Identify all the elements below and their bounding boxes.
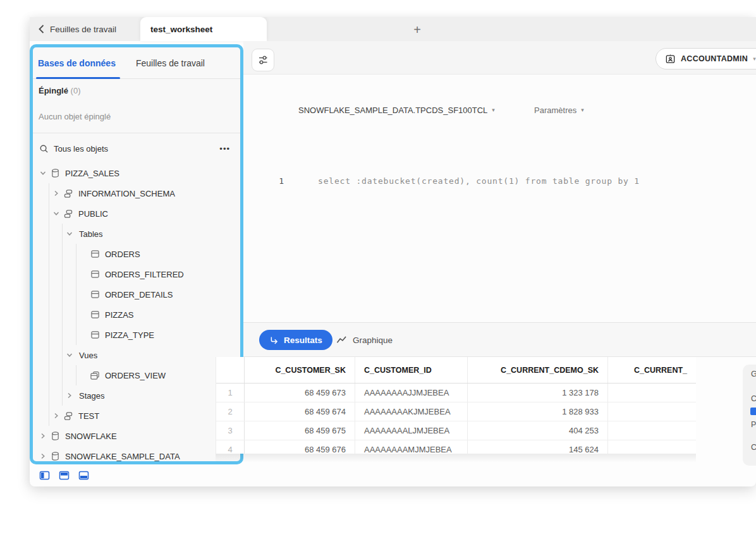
new-worksheet-button[interactable]: +: [409, 21, 425, 38]
chevron-spacer: [78, 269, 88, 279]
settings-dropdown[interactable]: Paramètres ▾: [534, 106, 584, 115]
object-search-row[interactable]: Tous les objets •••: [33, 138, 240, 159]
tab-worksheets[interactable]: Feuilles de travail: [136, 47, 205, 78]
table-cell[interactable]: 68 459 675: [245, 421, 355, 440]
database-context-selector[interactable]: SNOWFLAKE_SAMPLE_DATA.TPCDS_SF100TCL ▾: [298, 106, 495, 115]
chevron-right-icon[interactable]: [64, 390, 75, 401]
schema-icon: [63, 208, 74, 219]
chevron-right-icon[interactable]: [38, 451, 48, 461]
tree-item-information_schema[interactable]: INFORMATION_SCHEMA: [33, 183, 240, 203]
table-cell[interactable]: [608, 384, 696, 402]
chevron-down-icon[interactable]: [64, 350, 75, 360]
tab-databases-label: Bases de données: [38, 58, 116, 68]
sql-line-1[interactable]: 1 select :datebucket(created), count(1) …: [243, 175, 756, 190]
table-row[interactable]: 368 459 675AAAAAAAALJMJEBEA404 253: [216, 421, 696, 440]
chevron-right-icon[interactable]: [51, 188, 61, 198]
tree-item-label: PIZZA_TYPE: [105, 330, 154, 340]
partial-text: G: [751, 370, 756, 378]
table-cell[interactable]: 404 253: [468, 421, 608, 440]
table-cell[interactable]: [608, 421, 696, 440]
results-tab[interactable]: Resultats: [259, 330, 332, 350]
table-cell[interactable]: AAAAAAAAMJMJEBEA: [355, 440, 468, 454]
layout-sidebar-icon[interactable]: [39, 470, 50, 481]
chart-tab[interactable]: Graphique: [336, 330, 393, 350]
tree-item-label: Vues: [79, 351, 97, 360]
table-cell[interactable]: AAAAAAAAJJMJEBEA: [355, 384, 468, 402]
chevron-spacer: [78, 289, 88, 299]
table-row[interactable]: 168 459 673AAAAAAAAJJMJEBEA1 323 178: [216, 384, 696, 402]
table-cell[interactable]: AAAAAAAAKJMJEBEA: [355, 402, 468, 421]
table-icon: [89, 309, 101, 320]
tree-item-vues[interactable]: Vues: [33, 345, 240, 365]
tree-item-pizzas[interactable]: PIZZAS: [33, 305, 240, 325]
back-to-worksheets-link[interactable]: Feuilles de travail: [39, 17, 116, 41]
tree-item-label: SNOWFLAKE_SAMPLE_DATA: [65, 452, 180, 461]
tree-item-pizza_sales[interactable]: PIZZA_SALES: [33, 163, 240, 183]
table-cell[interactable]: 145 624: [468, 440, 608, 454]
table-cell[interactable]: AAAAAAAALJMJEBEA: [355, 421, 468, 440]
column-header[interactable]: C_CURRENT_CDEMO_SK: [468, 357, 608, 383]
row-number: 2: [216, 402, 245, 421]
view-icon: [89, 370, 101, 381]
table-cell[interactable]: 68 459 674: [245, 402, 355, 421]
column-header[interactable]: C_CUSTOMER_ID: [355, 357, 468, 383]
table-row[interactable]: 468 459 676AAAAAAAAMJMJEBEA145 624: [216, 440, 696, 454]
column-header[interactable]: C_CURRENT_: [608, 357, 696, 383]
tree-item-public[interactable]: PUBLIC: [33, 203, 240, 224]
caret-down-icon: ▾: [492, 107, 495, 113]
sql-editor[interactable]: SNOWFLAKE_SAMPLE_DATA.TPCDS_SF100TCL ▾ P…: [243, 75, 756, 322]
tree-item-test[interactable]: TEST: [33, 406, 240, 426]
chevron-right-icon[interactable]: [51, 411, 61, 421]
pinned-count: (0): [71, 86, 81, 95]
chevron-down-icon[interactable]: [64, 229, 75, 239]
table-row[interactable]: 268 459 674AAAAAAAAKJMJEBEA1 828 933: [216, 402, 696, 421]
table-cell[interactable]: [608, 402, 696, 421]
row-number: 3: [216, 421, 245, 440]
chevron-left-icon: [39, 25, 44, 33]
tree-item-pizza_type[interactable]: PIZZA_TYPE: [33, 325, 240, 345]
worksheet-tab-bar: Feuilles de travail test_worksheet +: [30, 17, 756, 41]
row-number: 1: [216, 384, 245, 402]
chevron-down-icon[interactable]: [38, 168, 48, 178]
tree-item-orders_filtered[interactable]: ORDERS_FILTERED: [33, 264, 240, 284]
table-header-row: C_CUSTOMER_SKC_CUSTOMER_IDC_CURRENT_CDEM…: [216, 357, 696, 384]
partial-text: C: [751, 394, 756, 403]
sliders-icon: [257, 54, 269, 66]
tree-item-order_details[interactable]: ORDER_DETAILS: [33, 284, 240, 305]
filters-button[interactable]: [252, 49, 274, 71]
layout-top-panel-icon[interactable]: [59, 470, 70, 481]
table-corner-cell: [216, 357, 245, 383]
results-tab-bar: Resultats Graphique: [243, 322, 756, 357]
pinned-label-text: Épinglé: [39, 86, 68, 95]
chevron-spacer: [78, 310, 88, 320]
status-chip: [750, 408, 756, 415]
chevron-down-icon[interactable]: [51, 208, 61, 219]
tree-item-label: Stages: [79, 391, 104, 401]
table-cell[interactable]: 68 459 673: [245, 384, 355, 402]
tab-databases[interactable]: Bases de données: [38, 47, 116, 78]
sql-code: select :datebucket(created), count(1) fr…: [318, 176, 640, 186]
worksheet-tab[interactable]: test_worksheet: [140, 17, 267, 41]
tree-item-tables[interactable]: Tables: [33, 224, 240, 244]
table-cell[interactable]: 1 828 933: [468, 402, 608, 421]
tree-item-orders_view[interactable]: ORDERS_VIEW: [33, 365, 240, 385]
tree-item-orders[interactable]: ORDERS: [33, 244, 240, 264]
tree-item-snowflake[interactable]: SNOWFLAKE: [33, 426, 240, 446]
table-cell[interactable]: 68 459 676: [245, 440, 355, 454]
schema-icon: [63, 410, 74, 421]
results-table[interactable]: C_CUSTOMER_SKC_CUSTOMER_IDC_CURRENT_CDEM…: [216, 357, 696, 454]
chevron-spacer: [78, 249, 88, 259]
table-cell[interactable]: 1 323 178: [468, 384, 608, 402]
tree-item-stages[interactable]: Stages: [33, 385, 240, 406]
layout-bottom-panel-icon[interactable]: [78, 470, 89, 481]
role-selector-button[interactable]: ACCOUNTADMIN ▾: [655, 48, 756, 70]
table-cell[interactable]: [608, 440, 696, 454]
column-header[interactable]: C_CUSTOMER_SK: [245, 357, 355, 383]
more-options-button[interactable]: •••: [219, 138, 230, 159]
tree-item-snowflake_sample_data[interactable]: SNOWFLAKE_SAMPLE_DATA: [33, 446, 240, 461]
layout-toggle-strip: [39, 468, 89, 482]
chevron-right-icon[interactable]: [38, 431, 48, 441]
line-number: 1: [259, 176, 284, 186]
chevron-spacer: [78, 330, 88, 340]
tree-item-label: PIZZAS: [105, 310, 134, 320]
